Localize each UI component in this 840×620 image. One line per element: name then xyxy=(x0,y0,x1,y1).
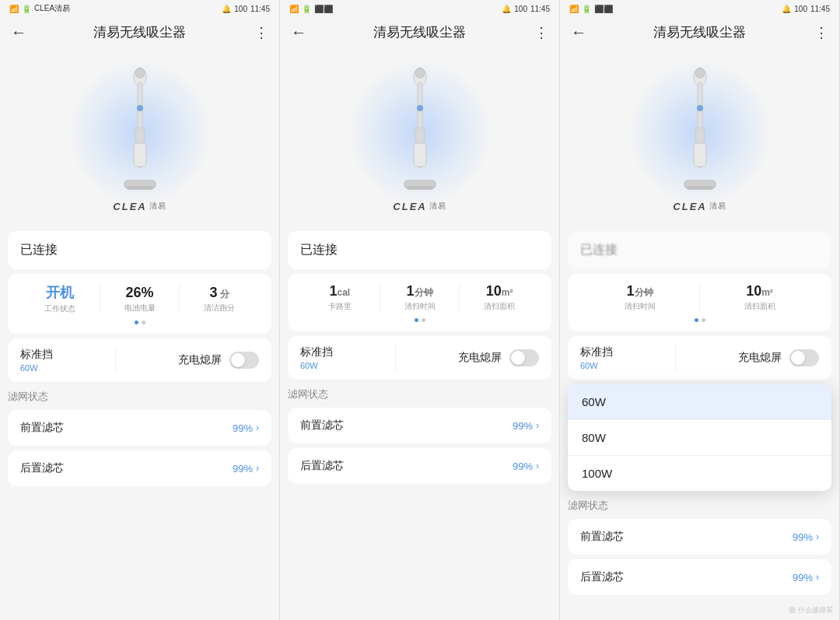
filter-front-2[interactable]: 前置滤芯 99% › xyxy=(288,408,551,443)
control-divider-3 xyxy=(675,345,676,370)
stats-card-3: 1分钟 清扫时间 10m² 清扫面积 xyxy=(568,274,831,331)
stat-label-area-2: 清扫面积 xyxy=(484,301,515,312)
area-unit-3: m² xyxy=(761,287,773,298)
gear-sub-1: 60W xyxy=(20,363,53,373)
svg-point-23 xyxy=(697,105,703,111)
top-bar-1: ← 清易无线吸尘器 ⋮ xyxy=(0,17,279,47)
dots-indicator-2 xyxy=(300,318,539,322)
filter-rear-2[interactable]: 后置滤芯 99% › xyxy=(288,448,551,484)
stat-item-area-3: 10m² 清扫面积 xyxy=(700,283,819,312)
filter-rear-value-3: 99% xyxy=(793,572,813,583)
stats-row-3: 1分钟 清扫时间 10m² 清扫面积 xyxy=(580,283,819,312)
status-left-3: 📶 🔋 ⬛⬛ xyxy=(569,5,613,13)
stat-label-time-3: 清扫时间 xyxy=(625,301,656,312)
controls-card-1[interactable]: 标准挡 60W 充电熄屏 xyxy=(8,338,271,382)
dropdown-option-100w[interactable]: 100W xyxy=(568,456,831,491)
svg-point-1 xyxy=(135,68,145,78)
gear-label-2: 标准挡 xyxy=(300,345,333,359)
content-area-2: 已连接 1cal 卡路里 1分钟 清扫时间 xyxy=(280,226,559,620)
filter-rear-right-3: 99% › xyxy=(793,572,819,583)
gear-control-2[interactable]: 标准挡 60W xyxy=(300,345,333,370)
svg-rect-20 xyxy=(694,143,706,166)
filter-rear-3[interactable]: 后置滤芯 99% › xyxy=(568,559,831,595)
stat-item-battery-1: 26% 电池电量 xyxy=(100,285,180,314)
status-right-3: 🔔 100 11:45 xyxy=(782,5,830,13)
stat-value-area-2: 10m² xyxy=(486,283,513,299)
back-button-2[interactable]: ← xyxy=(291,23,310,41)
status-bar-2: 📶 🔋 ⬛⬛ 🔔 100 11:45 xyxy=(280,0,559,17)
signal-icon-3: 📶 xyxy=(569,5,579,13)
svg-point-9 xyxy=(415,68,425,78)
filter-rear-name-2: 后置滤芯 xyxy=(300,459,344,473)
stats-card-2: 1cal 卡路里 1分钟 清扫时间 10m² 清扫面积 xyxy=(288,274,551,331)
gear-control-3[interactable]: 标准挡 60W xyxy=(580,345,613,370)
stat-item-score-1: 3 分 清洁跑分 xyxy=(180,285,259,314)
filter-front-chevron-2: › xyxy=(536,420,539,431)
time-3: 11:45 xyxy=(810,5,830,13)
content-area-3: 已连接 1分钟 清扫时间 10m² 清扫面积 xyxy=(560,226,839,620)
charge-control-2: 充电熄屏 xyxy=(458,349,539,366)
filter-front-value-1: 99% xyxy=(233,422,253,434)
stat-label-area-3: 清扫面积 xyxy=(744,301,775,312)
status-right-1: 🔔 100 11:45 xyxy=(222,5,270,13)
connected-text-2: 已连接 xyxy=(300,243,338,256)
time-unit-3a: 分钟 xyxy=(635,287,653,298)
gear-control-1[interactable]: 标准挡 60W xyxy=(20,348,53,373)
menu-button-2[interactable]: ⋮ xyxy=(530,24,548,41)
svg-rect-12 xyxy=(414,143,426,166)
filter-front-1[interactable]: 前置滤芯 99% › xyxy=(8,410,271,446)
back-button-1[interactable]: ← xyxy=(11,23,30,41)
brand-chinese-3: 清易 xyxy=(709,201,726,212)
charge-control-1: 充电熄屏 xyxy=(178,352,259,369)
dropdown-option-80w[interactable]: 80W xyxy=(568,420,831,456)
stat-item-time-2: 1分钟 清扫时间 xyxy=(380,283,460,312)
filter-section-title-1: 滤网状态 xyxy=(8,387,271,405)
filter-front-chevron-3: › xyxy=(816,531,819,542)
dot-2a xyxy=(422,318,425,322)
dot-1a xyxy=(142,321,145,324)
stat-item-power-1: 开机 工作状态 xyxy=(20,283,100,314)
filter-rear-name-3: 后置滤芯 xyxy=(580,570,624,584)
phone-panel-2: 📶 🔋 ⬛⬛ 🔔 100 11:45 ← 清易无线吸尘器 ⋮ CLEA 清易 xyxy=(280,0,560,620)
menu-button-1[interactable]: ⋮ xyxy=(250,24,268,41)
vacuum-image-3 xyxy=(673,65,727,198)
battery-level-3: 100 xyxy=(794,5,807,13)
status-bar-3: 📶 🔋 ⬛⬛ 🔔 100 11:45 xyxy=(560,0,839,17)
page-title-2: 清易无线吸尘器 xyxy=(310,23,530,41)
filter-rear-name-1: 后置滤芯 xyxy=(20,461,64,475)
charge-toggle-1[interactable] xyxy=(229,352,259,369)
dot-active-1 xyxy=(135,321,138,324)
connected-text-1: 已连接 xyxy=(20,243,58,256)
charge-toggle-2[interactable] xyxy=(509,349,539,366)
brand-clea-1: CLEA xyxy=(113,201,146,212)
stats-card-1: 开机 工作状态 26% 电池电量 3 分 清洁跑分 xyxy=(8,274,271,334)
brand-chinese-2: 清易 xyxy=(429,201,446,212)
power-dropdown-3[interactable]: 60W 80W 100W xyxy=(568,384,831,491)
control-divider-2 xyxy=(395,345,396,370)
controls-card-2[interactable]: 标准挡 60W 充电熄屏 xyxy=(288,336,551,380)
controls-card-3[interactable]: 标准挡 60W 充电熄屏 xyxy=(568,336,831,380)
top-bar-2: ← 清易无线吸尘器 ⋮ xyxy=(280,17,559,47)
battery-text-3: ⬛⬛ xyxy=(594,5,613,13)
filter-front-3[interactable]: 前置滤芯 99% › xyxy=(568,519,831,555)
brand-chinese-1: 清易 xyxy=(149,201,166,212)
dropdown-option-60w[interactable]: 60W xyxy=(568,384,831,420)
control-divider-1 xyxy=(115,348,116,373)
back-button-3[interactable]: ← xyxy=(571,23,590,41)
vacuum-image-1 xyxy=(113,65,167,198)
filter-rear-chevron-3: › xyxy=(816,572,819,583)
filter-section-title-3: 滤网状态 xyxy=(568,496,831,514)
brand-clea-2: CLEA xyxy=(393,201,426,212)
charge-toggle-3[interactable] xyxy=(789,349,819,366)
top-bar-3: ← 清易无线吸尘器 ⋮ xyxy=(560,17,839,47)
menu-button-3[interactable]: ⋮ xyxy=(810,24,828,41)
time-1: 11:45 xyxy=(250,5,270,13)
connected-card-3-blurred: 已连接 xyxy=(568,231,831,269)
connected-card-1: 已连接 xyxy=(8,231,271,269)
area-unit-2: m² xyxy=(502,287,513,298)
vacuum-image-2 xyxy=(393,65,447,198)
stats-row-2: 1cal 卡路里 1分钟 清扫时间 10m² 清扫面积 xyxy=(300,283,539,312)
page-title-1: 清易无线吸尘器 xyxy=(30,23,250,41)
bell-icon-1: 🔔 xyxy=(222,5,231,13)
filter-rear-1[interactable]: 后置滤芯 99% › xyxy=(8,450,271,486)
